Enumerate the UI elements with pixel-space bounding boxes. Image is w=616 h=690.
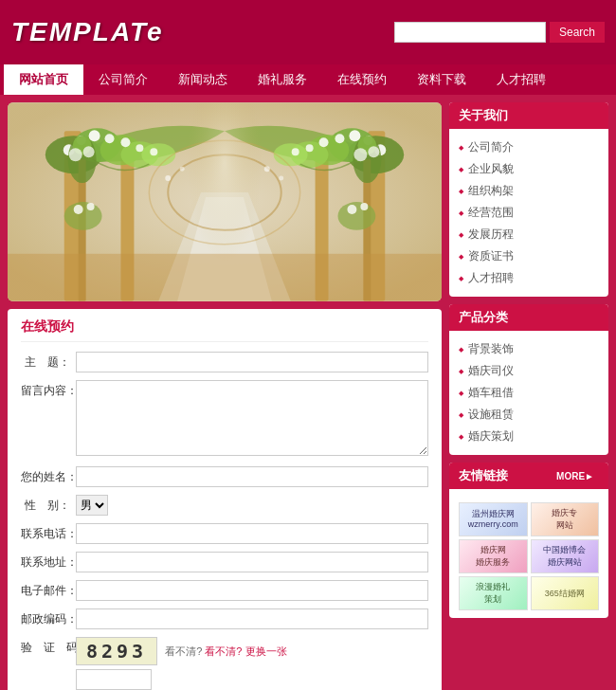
friend-link-5[interactable]: 浪漫婚礼策划 <box>459 576 528 610</box>
name-input[interactable] <box>76 466 428 487</box>
phone-input[interactable] <box>76 523 428 544</box>
captcha-refresh[interactable]: 看不清? 看不清? 更换一张 <box>165 645 286 659</box>
svg-point-17 <box>274 143 308 166</box>
captcha-input[interactable] <box>76 669 152 690</box>
gender-select[interactable]: 男 女 <box>76 495 108 516</box>
name-field <box>76 466 428 487</box>
search-button[interactable]: Search <box>550 22 605 43</box>
phone-label: 联系电话： <box>21 523 76 542</box>
about-item-2[interactable]: 企业风貌 <box>459 158 599 180</box>
svg-point-49 <box>64 202 102 230</box>
name-row: 您的姓名： <box>21 466 428 487</box>
postal-row: 邮政编码： <box>21 608 428 629</box>
svg-point-47 <box>264 166 270 172</box>
about-item-1[interactable]: 公司简介 <box>459 136 599 158</box>
friends-box: 友情链接 MORE► 温州婚庆网wzmerry.com 婚庆专网站 婚庆网婚庆服… <box>449 463 608 618</box>
svg-point-31 <box>292 148 299 155</box>
svg-point-45 <box>165 175 171 181</box>
products-content: 背景装饰 婚庆司仪 婚车租借 设施租赁 婚庆策划 <box>449 331 608 455</box>
content-label: 留言内容： <box>21 380 76 399</box>
nav-item-recruit[interactable]: 人才招聘 <box>481 64 561 95</box>
svg-point-36 <box>83 146 95 157</box>
product-item-5[interactable]: 婚庆策划 <box>459 426 599 447</box>
product-item-3[interactable]: 婚车租借 <box>459 382 599 404</box>
captcha-label: 验 证 码： <box>21 637 76 656</box>
nav-item-booking[interactable]: 在线预约 <box>322 64 402 95</box>
svg-rect-55 <box>8 254 442 301</box>
svg-point-46 <box>180 167 185 172</box>
friends-content: 温州婚庆网wzmerry.com 婚庆专网站 婚庆网婚庆服务 中国婚博会婚庆网站… <box>449 489 608 618</box>
logo: TEMPLATe <box>11 17 164 47</box>
friend-link-1[interactable]: 温州婚庆网wzmerry.com <box>459 502 528 536</box>
booking-title: 在线预约 <box>21 318 428 342</box>
about-item-7[interactable]: 人才招聘 <box>459 267 599 289</box>
gender-row: 性 别： 男 女 <box>21 495 428 516</box>
friend-link-2[interactable]: 婚庆专网站 <box>531 502 600 536</box>
svg-point-53 <box>347 205 356 214</box>
svg-point-23 <box>136 144 143 152</box>
svg-point-48 <box>279 176 283 181</box>
captcha-refresh-link[interactable]: 看不清? 更换一张 <box>205 645 286 657</box>
address-input[interactable] <box>76 552 428 572</box>
svg-point-52 <box>337 202 375 230</box>
svg-point-12 <box>141 143 175 166</box>
svg-point-21 <box>105 134 115 143</box>
left-column: 在线预约 主 题： 留言内容： 您的姓名： <box>8 102 442 690</box>
address-field <box>76 552 428 572</box>
nav-item-home[interactable]: 网站首页 <box>4 64 83 95</box>
subject-field <box>76 352 428 372</box>
about-box: 关于我们 公司简介 企业风貌 组织构架 经营范围 发展历程 资质证书 人才招聘 <box>449 102 608 297</box>
product-item-1[interactable]: 背景装饰 <box>459 338 599 360</box>
product-item-2[interactable]: 婚庆司仪 <box>459 360 599 382</box>
svg-point-24 <box>150 148 157 155</box>
svg-point-41 <box>368 146 379 157</box>
svg-point-30 <box>306 144 314 152</box>
address-label: 联系地址： <box>21 552 76 571</box>
content-textarea[interactable] <box>76 380 428 456</box>
nav-item-services[interactable]: 婚礼服务 <box>243 64 322 95</box>
content-row: 留言内容： <box>21 380 428 459</box>
friends-grid: 温州婚庆网wzmerry.com 婚庆专网站 婚庆网婚庆服务 中国婚博会婚庆网站… <box>459 502 599 610</box>
nav: 网站首页 公司简介 新闻动态 婚礼服务 在线预约 资料下载 人才招聘 <box>0 64 616 95</box>
svg-point-54 <box>360 203 368 210</box>
subject-input[interactable] <box>76 352 428 372</box>
nav-item-download[interactable]: 资料下载 <box>402 64 481 95</box>
svg-point-29 <box>319 137 329 147</box>
search-input[interactable] <box>394 22 546 43</box>
friend-link-6[interactable]: 365结婚网 <box>531 576 600 610</box>
svg-point-22 <box>120 137 130 147</box>
products-box: 产品分类 背景装饰 婚庆司仪 婚车租借 设施租赁 婚庆策划 <box>449 304 608 455</box>
gender-label: 性 别： <box>21 495 76 514</box>
captcha-row: 验 证 码： 8293 看不清? 看不清? 更换一张 <box>21 637 428 690</box>
svg-point-20 <box>89 130 100 141</box>
friend-link-3[interactable]: 婚庆网婚庆服务 <box>459 539 528 573</box>
nav-item-about[interactable]: 公司简介 <box>83 64 163 95</box>
captcha-image: 8293 <box>76 637 157 665</box>
about-list: 公司简介 企业风貌 组织构架 经营范围 发展历程 资质证书 人才招聘 <box>459 136 599 289</box>
subject-label: 主 题： <box>21 352 76 371</box>
svg-point-28 <box>335 134 344 143</box>
about-item-4[interactable]: 经营范围 <box>459 202 599 224</box>
captcha-field: 8293 看不清? 看不清? 更换一张 <box>76 637 428 690</box>
content-field <box>76 380 428 459</box>
subject-row: 主 题： <box>21 352 428 372</box>
email-input[interactable] <box>76 580 428 601</box>
email-row: 电子邮件： <box>21 580 428 601</box>
about-item-5[interactable]: 发展历程 <box>459 224 599 245</box>
postal-field <box>76 608 428 629</box>
svg-point-35 <box>69 148 82 161</box>
about-item-6[interactable]: 资质证书 <box>459 245 599 267</box>
friend-link-4[interactable]: 中国婚博会婚庆网站 <box>531 539 600 573</box>
friends-more[interactable]: MORE► <box>552 470 599 482</box>
friends-title: 友情链接 <box>459 467 508 484</box>
email-field <box>76 580 428 601</box>
nav-item-news[interactable]: 新闻动态 <box>163 64 243 95</box>
postal-input[interactable] <box>76 608 428 629</box>
about-content: 公司简介 企业风貌 组织构架 经营范围 发展历程 资质证书 人才招聘 <box>449 129 608 297</box>
friends-title-bar: 友情链接 MORE► <box>449 463 608 489</box>
phone-row: 联系电话： <box>21 523 428 544</box>
svg-point-51 <box>87 203 95 210</box>
about-item-3[interactable]: 组织构架 <box>459 180 599 202</box>
main: 在线预约 主 题： 留言内容： 您的姓名： <box>0 95 616 690</box>
product-item-4[interactable]: 设施租赁 <box>459 404 599 426</box>
